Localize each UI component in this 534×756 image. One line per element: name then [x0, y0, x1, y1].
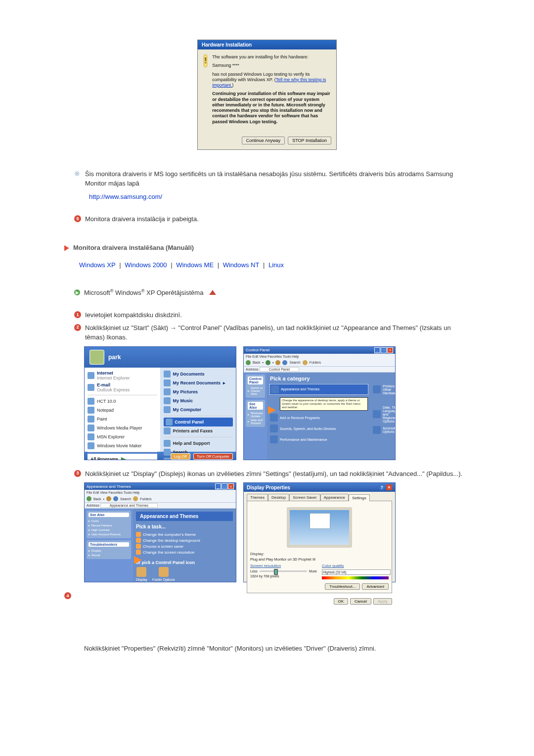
at-folder-options-icon[interactable]: Folder Options: [152, 567, 175, 581]
os-link-nt[interactable]: Windows NT: [223, 261, 260, 269]
slider-less: Less: [250, 569, 258, 573]
tab-screensaver[interactable]: Screen Saver: [289, 494, 320, 501]
toolbar-folders-label[interactable]: Folders: [310, 361, 321, 364]
at-ts-sound[interactable]: ▸Sound: [89, 553, 129, 557]
cp-cat-addremove[interactable]: Add or Remove Programs: [270, 414, 368, 422]
side-label: Sound: [91, 554, 100, 557]
samsung-link[interactable]: http://www.samsung.com/: [89, 193, 162, 200]
cp-windows-update[interactable]: ▸Windows Update: [248, 411, 263, 418]
toolbar-search-label[interactable]: Search: [120, 497, 131, 501]
sm-control-panel[interactable]: Control Panel: [164, 418, 233, 426]
troubleshoot-button[interactable]: Troubleshoot...: [325, 583, 360, 590]
manual-step-3: Noklikšķiniet uz "Display" (Displejs) ik…: [85, 469, 462, 479]
sm-music[interactable]: My Music: [164, 396, 233, 405]
at-task-screensaver[interactable]: Choose a screen saver: [136, 543, 233, 549]
slider-thumb[interactable]: [274, 569, 278, 575]
sm-help[interactable]: Help and Support: [164, 439, 233, 448]
cp-cat-date[interactable]: Date, Time, Language, and Regional Optio…: [373, 406, 396, 423]
sm-mycomp[interactable]: My Computer: [164, 405, 233, 414]
tab-appearance[interactable]: Appearance: [320, 494, 349, 501]
sm-mydocs[interactable]: My Documents: [164, 370, 233, 378]
minimize-button[interactable]: _: [215, 483, 221, 489]
at-task-theme[interactable]: Change the computer's theme: [136, 531, 233, 537]
at-ts-display[interactable]: ▸Display: [89, 548, 129, 553]
at-address-bar[interactable]: Address Appearance and Themes: [85, 503, 236, 509]
close-button[interactable]: ×: [387, 347, 393, 353]
back-label[interactable]: Back: [253, 361, 261, 364]
cp-cat-printers[interactable]: Printers and Other Hardware: [373, 384, 396, 395]
cp-help-support[interactable]: ▸Help and Support: [248, 418, 263, 425]
chevron-right-icon: ▶: [121, 456, 126, 460]
at-side-fonts[interactable]: ▸Fonts: [89, 519, 129, 523]
search-icon[interactable]: [113, 496, 118, 501]
sm-all-programs[interactable]: All Programs▶: [88, 454, 157, 460]
cancel-button[interactable]: Cancel: [350, 598, 371, 605]
ok-button[interactable]: OK: [334, 598, 349, 605]
tab-settings[interactable]: Settings: [349, 494, 370, 501]
logoff-button[interactable]: Log Off: [171, 453, 190, 460]
apply-button[interactable]: Apply: [373, 598, 392, 605]
search-icon[interactable]: [282, 360, 287, 365]
os-link-xp[interactable]: Windows XP: [79, 261, 116, 269]
up-icon[interactable]: [275, 360, 280, 365]
cp-address-bar[interactable]: Address Control Panel: [244, 367, 395, 373]
forward-icon[interactable]: [266, 360, 270, 365]
toolbar-search-label[interactable]: Search: [289, 361, 300, 364]
up-triangle-icon[interactable]: [209, 290, 216, 295]
sm-pictures[interactable]: My Pictures: [164, 387, 233, 396]
at-task-resolution[interactable]: Change the screen resolution: [136, 549, 233, 555]
maximize-button[interactable]: □: [381, 347, 387, 353]
advanced-button[interactable]: Advanced: [362, 583, 389, 590]
close-button[interactable]: ×: [386, 484, 392, 490]
cp-cat-appearance[interactable]: Appearance and Themes: [270, 384, 368, 394]
addr-label: Address: [246, 368, 259, 371]
os-link-2000[interactable]: Windows 2000: [125, 261, 167, 269]
at-display-icon[interactable]: Display: [136, 567, 147, 581]
printer-icon: [164, 427, 171, 434]
minimize-button[interactable]: _: [374, 347, 380, 353]
sm-wmm[interactable]: Windows Movie Maker: [88, 441, 157, 450]
sm-printers[interactable]: Printers and Faxes: [164, 426, 233, 435]
stop-installation-button[interactable]: STOP Installation: [288, 137, 331, 144]
at-side-mouse[interactable]: ▸Mouse Pointers: [89, 523, 129, 527]
sm-email[interactable]: E-mailOutlook Express: [88, 381, 157, 393]
cp-cat-perf[interactable]: Performance and Maintenance: [270, 435, 368, 443]
back-icon[interactable]: [246, 360, 251, 365]
tab-themes[interactable]: Themes: [247, 494, 268, 501]
turnoff-button[interactable]: Turn Off Computer: [193, 453, 233, 460]
at-task-background[interactable]: Change the desktop background: [136, 537, 233, 543]
sm-paint[interactable]: Paint: [88, 415, 157, 424]
tab-desktop[interactable]: Desktop: [268, 494, 289, 501]
back-label[interactable]: Back: [93, 497, 101, 501]
maximize-button[interactable]: □: [222, 483, 227, 489]
cp-menubar[interactable]: File Edit View Favorites Tools Help: [244, 354, 395, 359]
sm-recent[interactable]: My Recent Documents ▸: [164, 378, 233, 387]
wmm-icon: [88, 442, 94, 449]
cp-switch-classic[interactable]: ▸Switch to Classic View: [248, 386, 263, 396]
sm-msn[interactable]: MSN Explorer: [88, 432, 157, 441]
continue-anyway-button[interactable]: Continue Anyway: [242, 137, 285, 144]
os-link-linux[interactable]: Linux: [268, 261, 284, 269]
sm-wmp[interactable]: Windows Media Player: [88, 424, 157, 432]
color-quality-select[interactable]: Highest (32 bit): [322, 569, 391, 575]
cp-seealso-heading: See Also: [248, 402, 263, 410]
sm-label: Help and Support: [173, 441, 210, 446]
up-icon[interactable]: [106, 496, 111, 501]
sm-hct[interactable]: HCT 10.0: [88, 397, 157, 406]
folders-icon[interactable]: [303, 360, 308, 365]
os-link-me[interactable]: Windows ME: [176, 261, 214, 269]
cp-cat-access[interactable]: Accessibility Options: [373, 426, 396, 434]
heading-os: XP Operētājsistēma: [144, 289, 203, 296]
at-side-useracc[interactable]: ▸User Account Pictures: [89, 532, 129, 536]
close-button[interactable]: ×: [228, 483, 234, 489]
back-icon[interactable]: [87, 496, 91, 501]
cp-cat-sound[interactable]: Sounds, Speech, and Audio Devices: [270, 425, 368, 432]
help-button[interactable]: ?: [379, 484, 385, 490]
sm-notepad[interactable]: Notepad: [88, 406, 157, 415]
sm-internet[interactable]: InternetInternet Explorer: [88, 370, 157, 381]
at-menubar[interactable]: File Edit View Favorites Tools Help: [85, 490, 236, 495]
at-side-contrast[interactable]: ▸High Contrast: [89, 527, 129, 532]
toolbar-folders-label[interactable]: Folders: [140, 497, 151, 501]
resolution-slider[interactable]: Less More: [250, 569, 317, 573]
folders-icon[interactable]: [133, 496, 138, 501]
